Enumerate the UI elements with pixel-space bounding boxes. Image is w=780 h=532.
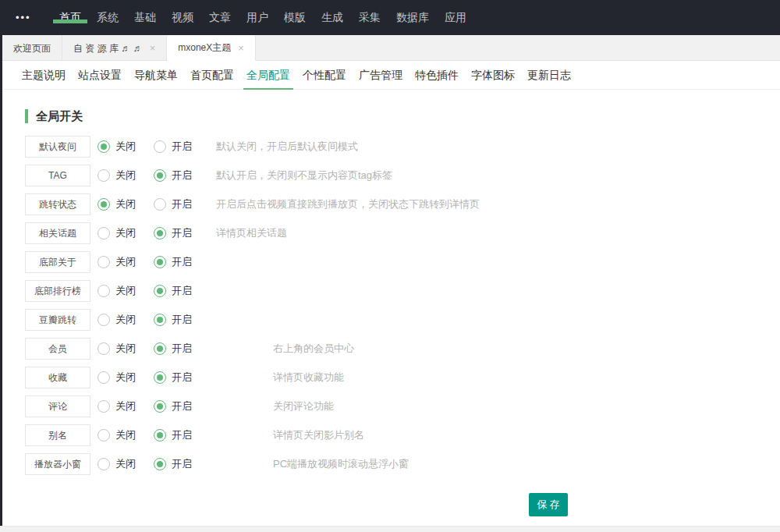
switch-row-label: 别名	[25, 424, 90, 446]
global-switch-rows: 默认夜间 关闭 开启 默认关闭，开启后默认夜间模式 TAG 关闭 开启 默认开启…	[2, 136, 780, 475]
radio-on-circle-icon	[154, 342, 166, 355]
radio-on-label: 开启	[172, 457, 192, 471]
switch-row: 播放器小窗 关闭 开启 PC端播放视频时滚动悬浮小窗	[25, 453, 780, 475]
topnav-item-10[interactable]: 数据库	[388, 11, 437, 23]
config-tab-label: 广告管理	[359, 69, 402, 81]
topnav-item-2[interactable]: 系统	[89, 11, 126, 23]
radio-on[interactable]: 开启	[154, 284, 192, 298]
switch-row-label: 收藏	[25, 367, 90, 388]
radio-off[interactable]: 关闭	[98, 371, 136, 385]
topnav-item-11[interactable]: 应用	[437, 11, 474, 23]
switch-row-label: 底部关于	[25, 251, 90, 273]
window-tab-2[interactable]: 自 资 源 库 ♬ ♬×	[62, 35, 167, 61]
topnav-item-3[interactable]: 基础	[126, 11, 164, 23]
topnav-item-label: 视频	[172, 11, 193, 23]
config-tab-label: 更新日志	[527, 69, 571, 81]
topnav-item-label: 文章	[209, 11, 231, 23]
config-tab-label: 字体图标	[471, 69, 515, 81]
switch-row-label: 相关话题	[25, 222, 90, 244]
topnav-item-6[interactable]: 用户	[239, 11, 276, 23]
switch-row: 别名 关闭 开启 详情页关闭影片别名	[25, 424, 780, 446]
radio-off-label: 关闭	[115, 428, 136, 442]
radio-on-label: 开启	[172, 168, 192, 183]
radio-on-circle-icon	[154, 227, 166, 239]
config-tab-3[interactable]: 导航菜单	[131, 61, 181, 90]
switch-row-label: 跳转状态	[25, 193, 90, 215]
radio-on[interactable]: 开启	[154, 168, 192, 183]
topnav-item-4[interactable]: 视频	[164, 11, 201, 23]
switch-row-label: TAG	[25, 165, 90, 186]
radio-on[interactable]: 开启	[154, 399, 192, 413]
config-tab-6[interactable]: 个性配置	[300, 61, 349, 90]
radio-off-label: 关闭	[115, 342, 136, 356]
topnav-item-label: 应用	[445, 11, 466, 23]
radio-off[interactable]: 关闭	[98, 428, 136, 442]
radio-on[interactable]: 开启	[154, 371, 192, 385]
radio-on[interactable]: 开启	[154, 428, 192, 442]
config-tab-4[interactable]: 首页配置	[187, 61, 237, 90]
window-tab-1[interactable]: 欢迎页面	[2, 35, 62, 61]
switch-row-label: 评论	[25, 395, 90, 417]
radio-on[interactable]: 开启	[154, 226, 192, 240]
config-tab-label: 站点设置	[78, 69, 122, 81]
config-tab-7[interactable]: 广告管理	[356, 61, 406, 90]
topnav-item-7[interactable]: 模版	[276, 11, 314, 23]
radio-off[interactable]: 关闭	[98, 313, 136, 327]
radio-on[interactable]: 开启	[154, 140, 192, 154]
config-tab-9[interactable]: 字体图标	[468, 61, 518, 90]
radio-off[interactable]: 关闭	[98, 226, 136, 240]
content-area: 主题说明站点设置导航菜单首页配置全局配置个性配置广告管理特色插件字体图标更新日志…	[2, 61, 780, 526]
config-tab-label: 首页配置	[190, 69, 234, 81]
config-tab-5[interactable]: 全局配置	[243, 61, 293, 90]
radio-off[interactable]: 关闭	[98, 457, 136, 471]
window-tabbar: 欢迎页面自 资 源 库 ♬ ♬×mxoneX主题×	[2, 35, 780, 61]
topnav-item-label: 首页	[59, 11, 81, 23]
radio-off-circle-icon	[98, 256, 110, 268]
radio-off-circle-icon	[98, 285, 110, 297]
radio-off[interactable]: 关闭	[98, 284, 136, 298]
window-tab-label: 自 资 源 库 ♬ ♬	[73, 36, 143, 61]
radio-off-label: 关闭	[115, 457, 136, 471]
switch-row-label: 豆瓣跳转	[25, 309, 90, 331]
switch-row-description: 默认开启，关闭则不显示内容页tag标签	[216, 168, 392, 183]
radio-off[interactable]: 关闭	[98, 255, 136, 269]
radio-off-circle-icon	[98, 429, 110, 442]
topnav-item-label: 系统	[97, 11, 119, 23]
topnav-item-8[interactable]: 生成	[314, 11, 351, 23]
topnav-item-9[interactable]: 采集	[351, 11, 388, 23]
window-tab-3[interactable]: mxoneX主题×	[167, 35, 256, 61]
save-button[interactable]: 保存	[529, 493, 568, 516]
radio-off-circle-icon	[98, 314, 110, 326]
topnav-item-5[interactable]: 文章	[201, 11, 239, 23]
radio-on-circle-icon	[154, 400, 166, 413]
close-icon[interactable]: ×	[238, 43, 244, 53]
config-tab-2[interactable]: 站点设置	[75, 61, 125, 90]
radio-on[interactable]: 开启	[154, 342, 192, 356]
close-icon[interactable]: ×	[150, 43, 156, 53]
radio-off[interactable]: 关闭	[98, 399, 136, 413]
more-menu-icon[interactable]: •••	[16, 12, 42, 23]
topnav-item-1[interactable]: 首页	[51, 11, 89, 23]
radio-on[interactable]: 开启	[154, 255, 192, 269]
radio-on-label: 开启	[172, 399, 192, 413]
radio-off-circle-icon	[98, 371, 110, 384]
radio-off-circle-icon	[98, 342, 110, 355]
switch-row-label: 会员	[25, 338, 90, 360]
radio-on[interactable]: 开启	[154, 197, 192, 211]
config-tab-8[interactable]: 特色插件	[412, 61, 462, 90]
radio-off[interactable]: 关闭	[98, 342, 136, 356]
radio-off[interactable]: 关闭	[98, 197, 136, 211]
config-tab-1[interactable]: 主题说明	[19, 61, 69, 90]
radio-off[interactable]: 关闭	[98, 140, 136, 154]
radio-off-circle-icon	[98, 458, 110, 470]
switch-row: 底部关于 关闭 开启	[25, 251, 780, 273]
radio-on-label: 开启	[172, 371, 192, 385]
config-tab-10[interactable]: 更新日志	[524, 61, 574, 90]
radio-off[interactable]: 关闭	[98, 168, 136, 183]
radio-on-circle-icon	[154, 429, 166, 442]
radio-on[interactable]: 开启	[154, 457, 192, 471]
topnav-item-label: 生成	[321, 11, 343, 23]
switch-row: 会员 关闭 开启 右上角的会员中心	[25, 338, 780, 360]
radio-off-label: 关闭	[115, 197, 136, 211]
radio-on[interactable]: 开启	[154, 313, 192, 327]
